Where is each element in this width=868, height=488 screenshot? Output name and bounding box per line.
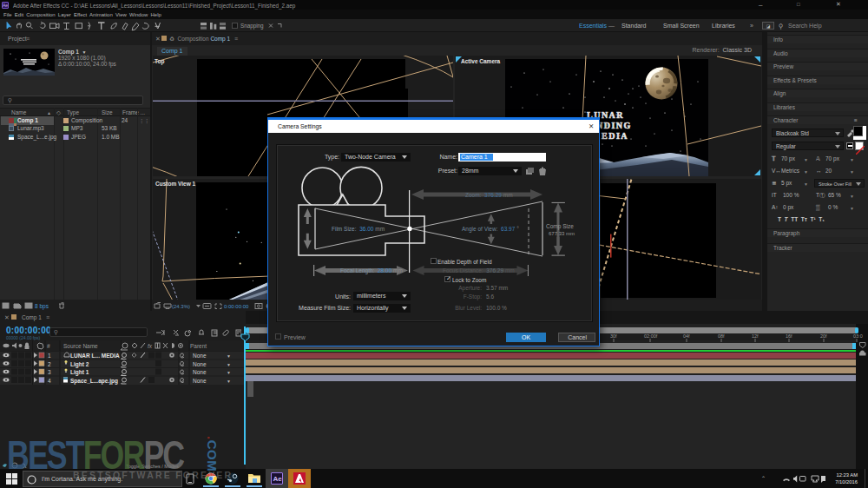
svg-text:fx: fx (148, 343, 153, 349)
svg-text:NDING: NDING (596, 121, 632, 130)
svg-text:(24.3%): (24.3%) (172, 304, 190, 309)
svg-text:EDIA: EDIA (602, 131, 628, 141)
svg-text:#: # (47, 343, 50, 349)
svg-text:8 bps: 8 bps (35, 303, 49, 310)
svg-text:0:00:00:00: 0:00:00:00 (224, 304, 249, 309)
svg-text:Snapping: Snapping (240, 23, 264, 30)
